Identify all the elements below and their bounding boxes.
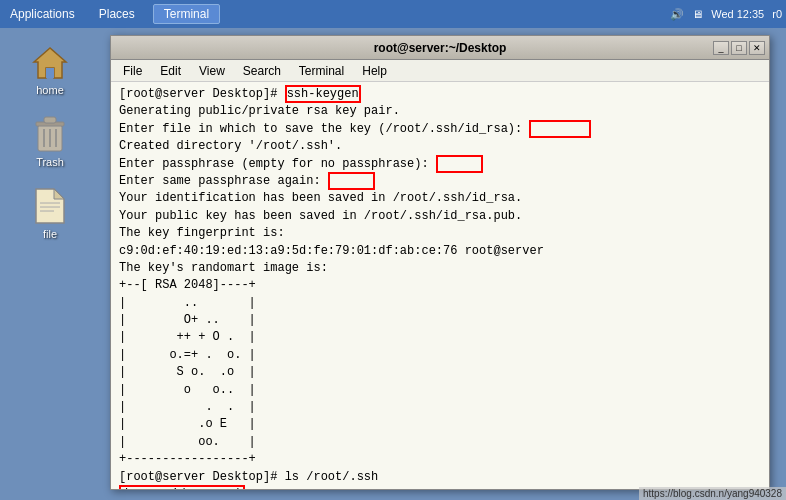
trash-icon	[34, 115, 66, 153]
volume-icon: 🔊	[670, 8, 684, 21]
trash-icon-img	[30, 114, 70, 154]
terminal-menubar: File Edit View Search Terminal Help	[111, 60, 769, 82]
terminal-line-4: Enter passphrase (empty for no passphras…	[119, 156, 761, 173]
terminal-line-17: | o o.. |	[119, 382, 761, 399]
svg-rect-4	[44, 117, 56, 123]
close-button[interactable]: ✕	[749, 41, 765, 55]
terminal-line-5: Enter same passphrase again:	[119, 173, 761, 190]
terminal-line-22: [root@server Desktop]# ls /root/.ssh	[119, 469, 761, 486]
terminal-line-18: | . . |	[119, 399, 761, 416]
taskbar: Applications Places Terminal 🔊 🖥 Wed 12:…	[0, 0, 786, 28]
taskbar-terminal[interactable]: Terminal	[153, 4, 220, 24]
menu-help[interactable]: Help	[354, 62, 395, 80]
window-controls: _ □ ✕	[713, 41, 765, 55]
terminal-line-0: [root@server Desktop]# ssh-keygen	[119, 86, 761, 103]
desktop-icon-file[interactable]: file	[10, 182, 90, 244]
url-bar: https://blog.csdn.n/yang940328	[639, 487, 786, 500]
terminal-line-19: | .o E |	[119, 416, 761, 433]
svg-rect-1	[46, 68, 54, 78]
terminal-line-11: +--[ RSA 2048]----+	[119, 277, 761, 294]
taskbar-left: Applications Places Terminal	[4, 4, 220, 24]
terminal-line-21: +-----------------+	[119, 451, 761, 468]
terminal-titlebar: root@server:~/Desktop _ □ ✕	[111, 36, 769, 60]
terminal-content[interactable]: [root@server Desktop]# ssh-keygen Genera…	[111, 82, 769, 489]
terminal-line-12: | .. |	[119, 295, 761, 312]
terminal-line-8: The key fingerprint is:	[119, 225, 761, 242]
terminal-line-13: | O+ .. |	[119, 312, 761, 329]
menu-file[interactable]: File	[115, 62, 150, 80]
terminal-window: root@server:~/Desktop _ □ ✕ File Edit Vi…	[110, 35, 770, 490]
terminal-title: root@server:~/Desktop	[374, 41, 507, 55]
taskbar-applications[interactable]: Applications	[4, 5, 81, 23]
terminal-line-9: c9:0d:ef:40:19:ed:13:a9:5d:fe:79:01:df:a…	[119, 243, 761, 260]
desktop-icon-trash[interactable]: Trash	[10, 110, 90, 172]
svg-marker-9	[54, 189, 64, 199]
terminal-line-20: | oo. |	[119, 434, 761, 451]
terminal-line-1: Generating public/private rsa key pair.	[119, 103, 761, 120]
maximize-button[interactable]: □	[731, 41, 747, 55]
menu-edit[interactable]: Edit	[152, 62, 189, 80]
home-icon-label: home	[36, 84, 64, 96]
terminal-line-3: Created directory '/root/.ssh'.	[119, 138, 761, 155]
file-icon-img	[30, 186, 70, 226]
terminal-line-10: The key's randomart image is:	[119, 260, 761, 277]
menu-view[interactable]: View	[191, 62, 233, 80]
menu-terminal[interactable]: Terminal	[291, 62, 352, 80]
minimize-button[interactable]: _	[713, 41, 729, 55]
terminal-line-15: | o.=+ . o. |	[119, 347, 761, 364]
taskbar-user: r0	[772, 8, 782, 20]
desktop-icon-home[interactable]: home	[10, 38, 90, 100]
taskbar-time: Wed 12:35	[711, 8, 764, 20]
terminal-line-16: | S o. .o |	[119, 364, 761, 381]
terminal-line-7: Your public key has been saved in /root/…	[119, 208, 761, 225]
menu-search[interactable]: Search	[235, 62, 289, 80]
taskbar-right: 🔊 🖥 Wed 12:35 r0	[670, 8, 782, 21]
home-icon	[32, 44, 68, 80]
network-icon: 🖥	[692, 8, 703, 20]
file-icon-label: file	[43, 228, 57, 240]
home-icon-img	[30, 42, 70, 82]
terminal-line-2: Enter file in which to save the key (/ro…	[119, 121, 761, 138]
trash-icon-label: Trash	[36, 156, 64, 168]
taskbar-places[interactable]: Places	[93, 5, 141, 23]
terminal-line-14: | ++ + O . |	[119, 329, 761, 346]
terminal-line-6: Your identification has been saved in /r…	[119, 190, 761, 207]
file-icon	[34, 187, 66, 225]
desktop: home Trash file	[0, 28, 100, 500]
